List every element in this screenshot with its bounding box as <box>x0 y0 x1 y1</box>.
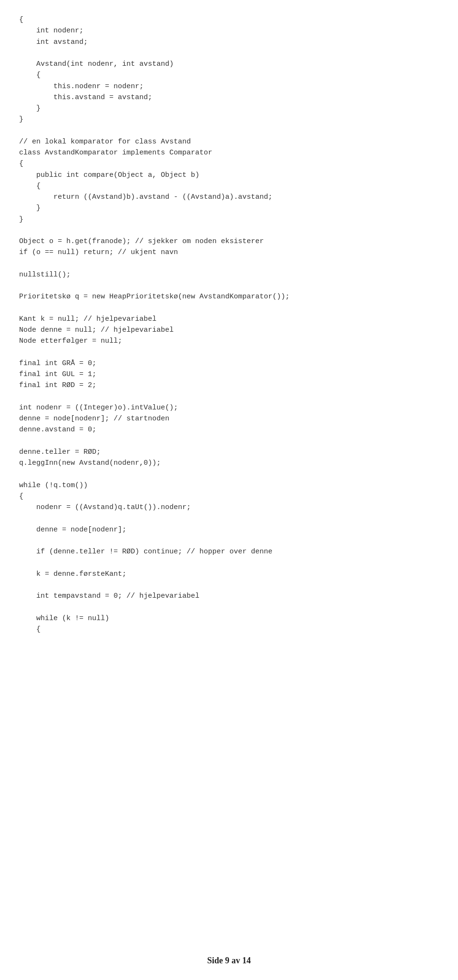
page-footer: Side 9 av 14 <box>0 956 458 966</box>
code-content: { int nodenr; int avstand; Avstand(int n… <box>19 10 439 640</box>
page-container: { int nodenr; int avstand; Avstand(int n… <box>0 0 458 980</box>
